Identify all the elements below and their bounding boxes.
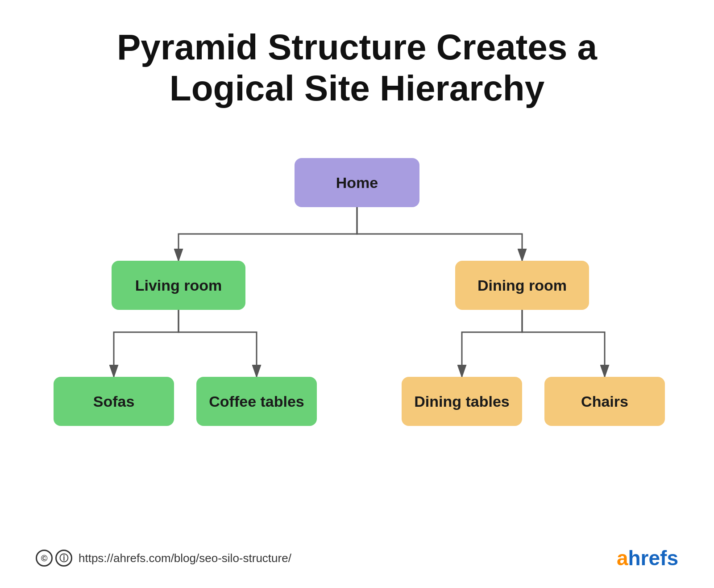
page-wrapper: Pyramid Structure Creates a Logical Site… <box>0 0 714 588</box>
info-icon: ⓘ <box>55 550 72 567</box>
footer-icons: © ⓘ <box>36 550 72 567</box>
page-title: Pyramid Structure Creates a Logical Site… <box>89 27 625 109</box>
footer-left: © ⓘ https://ahrefs.com/blog/seo-silo-str… <box>36 550 291 567</box>
logo-hrefs: hrefs <box>628 546 678 570</box>
logo-a: a <box>617 546 628 570</box>
node-dining-tables: Dining tables <box>402 377 522 426</box>
footer: © ⓘ https://ahrefs.com/blog/seo-silo-str… <box>0 546 714 570</box>
node-living-room: Living room <box>112 261 245 310</box>
cc-icon: © <box>36 550 53 567</box>
diagram-area: Home Living room Dining room Sofas Coffe… <box>45 136 669 471</box>
node-chairs: Chairs <box>544 377 665 426</box>
node-dining-room: Dining room <box>455 261 589 310</box>
footer-url: https://ahrefs.com/blog/seo-silo-structu… <box>79 551 291 565</box>
node-home: Home <box>295 158 419 207</box>
node-coffee-tables: Coffee tables <box>196 377 317 426</box>
node-sofas: Sofas <box>54 377 174 426</box>
ahrefs-logo: ahrefs <box>617 546 678 570</box>
